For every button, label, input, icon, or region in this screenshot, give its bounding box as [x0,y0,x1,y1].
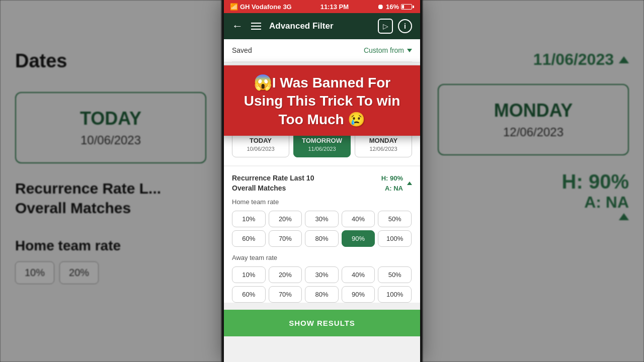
away-rate-btn-40[interactable]: 40% [342,266,375,283]
home-team-rate-grid: 10% 20% 30% 40% 50% 60% 70% 80% 90% 100% [232,211,412,247]
home-rate-btn-60[interactable]: 60% [232,230,266,247]
away-rate-btn-60[interactable]: 60% [232,286,266,303]
bg-right-monday-date: 12/06/2023 [454,125,613,139]
bg-right-monday-card: MONDAY 12/06/2023 [438,84,629,155]
bg-left-rate-btn-2: 20% [59,261,99,284]
home-rate-btn-50[interactable]: 50% [378,211,412,227]
stat-a-text: A: NA [385,185,403,192]
info-button[interactable]: i [398,19,412,33]
battery-percent: 16% [386,3,399,11]
saved-label: Saved [232,46,252,54]
status-bar: 📶 GH Vodafone 3G 11:13 PM ⏺ 16% [224,0,420,13]
home-rate-btn-70[interactable]: 70% [269,230,302,247]
home-rate-btn-10[interactable]: 10% [232,211,266,227]
away-rate-btn-90[interactable]: 90% [342,286,375,303]
away-team-rate-grid: 10% 20% 30% 40% 50% 60% 70% 80% 90% 100% [232,266,412,303]
today-date-val: 10/06/2023 [236,146,285,152]
status-left: 📶 GH Vodafone 3G [230,3,292,11]
bg-right-panel: 11/06/2023 MONDAY 12/06/2023 H: 90% A: N… [423,0,644,362]
screen-icon: ⏺ [377,3,384,11]
bg-right-chevron-up-icon [619,56,629,63]
bg-right-date: 11/06/2023 [438,50,629,69]
tomorrow-date-val: 11/06/2023 [298,146,346,152]
phone-frame: 📶 GH Vodafone 3G 11:13 PM ⏺ 16% ← Advanc… [224,0,420,362]
home-rate-btn-20[interactable]: 20% [269,211,302,227]
saved-chevron-icon [407,49,412,52]
saved-row[interactable]: Saved Custom from [232,39,412,62]
away-rate-btn-10[interactable]: 10% [232,266,266,283]
bg-right-monday-label: MONDAY [454,100,613,121]
away-rate-btn-80[interactable]: 80% [305,286,339,303]
recurrence-section: Recurrence Rate Last 10Overall Matches H… [224,166,420,303]
bg-left-rate-btn-1: 10% [15,261,54,284]
saved-value: Custom from [364,46,412,54]
stat-h-text: H: 90% [381,174,403,182]
monday-date-val: 12/06/2023 [359,146,408,152]
bg-left-today-label: TODAY [31,108,190,129]
home-rate-btn-100[interactable]: 100% [378,230,412,247]
bg-right-stats-chevron-icon [619,213,629,220]
bg-left-today-date: 10/06/2023 [31,133,190,147]
header-title: Advanced Filter [269,21,370,31]
bg-right-stat-a: A: NA [438,193,629,212]
header-actions: ▷ i [378,19,412,34]
banner-line1: I Was Banned For [272,75,390,90]
overlay-banner: 😱I Was Banned For Using This Trick To wi… [224,65,420,136]
back-button[interactable]: ← [232,20,243,33]
bg-left-panel: Dates TODAY 10/06/2023 Recurrence Rate L… [0,0,221,362]
away-rate-btn-100[interactable]: 100% [378,286,412,303]
recurrence-stat-text: H: 90% A: NA [381,173,403,193]
home-rate-btn-40[interactable]: 40% [342,211,375,227]
home-rate-btn-30[interactable]: 30% [305,211,339,227]
monday-day-name: MONDAY [359,137,408,144]
away-rate-btn-30[interactable]: 30% [305,266,339,283]
banner-emoji-1: 😱 [254,74,272,90]
home-rate-btn-90[interactable]: 90% [342,230,375,247]
banner-line3: Too Much 😢 [279,112,366,127]
away-rate-btn-20[interactable]: 20% [269,266,302,283]
away-team-rate-label: Away team rate [232,254,412,261]
bg-right-stat-h: H: 90% [438,170,629,193]
screen-record-button[interactable]: ▷ [378,19,393,34]
carrier-text: GH Vodafone [240,3,281,11]
home-team-rate-label: Home team rate [232,198,412,206]
saved-section: Saved Custom from [224,39,420,62]
bg-left-recurrence-label: Recurrence Rate L...Overall Matches [15,178,206,218]
recurrence-header[interactable]: Recurrence Rate Last 10Overall Matches H… [232,166,412,198]
tomorrow-day-name: TOMORROW [298,137,346,144]
today-day-name: TODAY [236,137,285,144]
recurrence-title: Recurrence Rate Last 10Overall Matches [232,173,314,193]
status-right: ⏺ 16% [377,3,414,11]
bg-left-dates-title: Dates [15,50,206,72]
network-type: 3G [283,3,291,11]
recurrence-stats: H: 90% A: NA [381,173,412,193]
away-rate-btn-50[interactable]: 50% [378,266,412,283]
show-results-button[interactable]: SHOW RESULTS [224,310,420,336]
banner-line2: Using This Trick To win [244,93,400,109]
signal-icon: 📶 [230,3,238,11]
saved-value-text: Custom from [364,46,404,54]
battery-icon [401,4,414,10]
home-rate-btn-80[interactable]: 80% [305,230,339,247]
bg-right-stats: H: 90% A: NA [438,170,629,221]
recurrence-chevron-icon [407,182,412,185]
main-content: 😱I Was Banned For Using This Trick To wi… [224,39,420,362]
bg-left-home-rate-label: Home team rate [15,238,206,254]
away-rate-btn-70[interactable]: 70% [269,286,302,303]
overlay-banner-text: 😱I Was Banned For Using This Trick To wi… [228,72,416,129]
app-header: ← Advanced Filter ▷ i [224,13,420,39]
menu-button[interactable] [251,23,261,30]
bg-left-today-card: TODAY 10/06/2023 [15,92,206,163]
status-time: 11:13 PM [320,3,349,11]
